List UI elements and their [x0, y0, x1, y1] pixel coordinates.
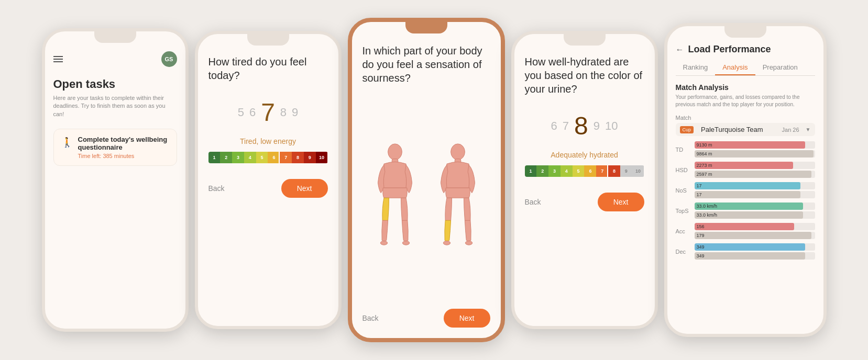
cup-badge: Cup [680, 126, 694, 133]
bar-fill-nos-1: 17 [695, 182, 800, 189]
tab-ranking[interactable]: Ranking [676, 60, 716, 75]
bar-2: 2 [220, 152, 232, 163]
stat-dec: Dec 349 349 [676, 243, 815, 260]
color-bar[interactable]: 1 2 3 4 5 6 7 8 9 10 [208, 152, 328, 163]
scale-scroll[interactable]: 5 6 7 8 9 [208, 98, 328, 127]
hbar-10: 10 [632, 165, 644, 177]
hbar-9: 9 [620, 165, 632, 177]
stat-label-hsd: HSD [676, 167, 695, 173]
nav-buttons: Back Next [208, 179, 328, 198]
bar-acc-1: 156 [695, 223, 815, 230]
match-date: Jan 26 [782, 127, 799, 133]
task-card[interactable]: 🚶 Complete today's wellbeing questionnai… [53, 129, 177, 166]
bar-10: 10 [316, 152, 328, 163]
bar-hsd-2: 2597 m [695, 171, 815, 178]
phone-load-performance: ← Load Performance Ranking Analysis Prep… [664, 23, 827, 337]
dropdown-arrow[interactable]: ▼ [806, 127, 811, 132]
stat-bars-dec: 349 349 [695, 243, 815, 260]
body-front[interactable] [369, 143, 421, 258]
stat-td: TD 9130 m 9864 m [676, 141, 815, 158]
tabs-row: Ranking Analysis Preparation [676, 60, 815, 76]
stat-bars-hsd: 2273 m 2597 m [695, 162, 815, 178]
phone2-content: How tired do you feel today? 5 6 7 8 9 T… [198, 34, 338, 326]
bar-fill-acc-2: 179 [695, 232, 811, 239]
hydration-label: Adequately hydrated [525, 151, 644, 159]
bar-hsd-1: 2273 m [695, 162, 815, 169]
bar-tops-2: 33.0 km/h [695, 211, 815, 219]
phone-body-soreness: In which part of your body do you feel a… [348, 18, 505, 342]
hydration-num-8: 8 [574, 111, 588, 140]
next-button-4[interactable]: Next [598, 193, 644, 211]
bar-text-hsd-2: 2597 m [697, 172, 712, 177]
scale-num-9: 9 [292, 106, 298, 119]
next-button-3[interactable]: Next [444, 309, 490, 328]
bar-fill-nos-2: 17 [695, 191, 800, 198]
hbar-1: 1 [525, 165, 537, 177]
match-label: Match [676, 115, 815, 121]
task-icon: 🚶 [61, 137, 73, 148]
scale-num-8: 8 [280, 106, 287, 119]
svg-point-6 [443, 241, 450, 245]
hydration-scale-scroll[interactable]: 6 7 8 9 10 [525, 111, 644, 140]
phone-hydration: How well-hydrated are you based on the c… [511, 31, 658, 329]
bar-5: 5 [256, 152, 268, 163]
hbar-7: 7 [596, 165, 608, 177]
bar-4: 4 [244, 152, 256, 163]
bar-text-nos-1: 17 [697, 183, 702, 188]
bar-8: 8 [292, 152, 304, 163]
screen-title: Load Performance [688, 44, 771, 55]
bar-fill-acc-1: 156 [695, 223, 795, 230]
back-button-4[interactable]: Back [525, 198, 541, 206]
bar-text-acc-2: 179 [697, 233, 705, 238]
task-name: Complete today's wellbeing questionnaire [78, 136, 169, 151]
back-button[interactable]: Back [208, 184, 225, 193]
notch-3 [405, 22, 447, 33]
body-question: In which part of your body do you feel a… [362, 44, 490, 85]
phone3-content: In which part of your body do you feel a… [352, 22, 501, 338]
hbar-5: 5 [573, 165, 585, 177]
bar-1: 1 [208, 152, 221, 163]
back-arrow[interactable]: ← [676, 45, 684, 54]
bar-7-active: 7 [280, 152, 292, 163]
bar-fill-dec-1: 349 [695, 243, 806, 251]
stat-bars-nos: 17 17 [695, 182, 815, 198]
menu-icon[interactable] [53, 56, 63, 62]
hbar-2: 2 [536, 165, 548, 177]
stat-bars-td: 9130 m 9864 m [695, 141, 815, 158]
back-title-row: ← Load Performance [676, 44, 815, 55]
back-button-3[interactable]: Back [362, 314, 379, 322]
bar-acc-2: 179 [695, 232, 815, 239]
hydration-color-bar[interactable]: 1 2 3 4 5 6 7 8 9 10 [525, 165, 644, 177]
notch-2 [247, 34, 289, 46]
bar-nos-1: 17 [695, 182, 815, 189]
bar-text-nos-2: 17 [697, 192, 702, 197]
hbar-6: 6 [584, 165, 596, 177]
svg-point-0 [388, 144, 402, 160]
bar-fill-td-2: 9864 m [695, 150, 814, 158]
match-team: PaleTurquoise Team [701, 126, 763, 133]
tab-analysis[interactable]: Analysis [715, 60, 755, 75]
stat-label-acc: Acc [676, 228, 695, 234]
phone5-content: ← Load Performance Ranking Analysis Prep… [667, 26, 823, 334]
bar-6: 6 [268, 152, 280, 163]
notch-5 [724, 26, 766, 38]
next-button[interactable]: Next [281, 179, 328, 198]
notch-1 [94, 31, 136, 43]
tab-preparation[interactable]: Preparation [755, 60, 805, 75]
nav-buttons-4: Back Next [525, 193, 644, 211]
bar-text-tops-2: 33.0 km/h [697, 212, 718, 218]
match-row: Cup PaleTurquoise Team Jan 26 ▼ [676, 123, 815, 136]
bar-fill-hsd-1: 2273 m [695, 162, 794, 169]
bar-fill-td-1: 9130 m [695, 141, 806, 149]
bar-fill-tops-1: 33.0 km/h [695, 203, 803, 210]
bar-tops-1: 33.0 km/h [695, 203, 815, 210]
hydration-num-9: 9 [594, 119, 600, 133]
stats-container: TD 9130 m 9864 m [676, 141, 815, 260]
bar-text-dec-2: 349 [697, 253, 705, 258]
svg-point-2 [380, 241, 387, 245]
stat-label-nos: NoS [676, 187, 695, 194]
page-title: Open tasks [53, 77, 177, 91]
page-subtitle: Here are your tasks to complete within t… [53, 94, 177, 118]
bar-dec-1: 349 [695, 243, 815, 251]
body-back[interactable] [432, 143, 484, 258]
